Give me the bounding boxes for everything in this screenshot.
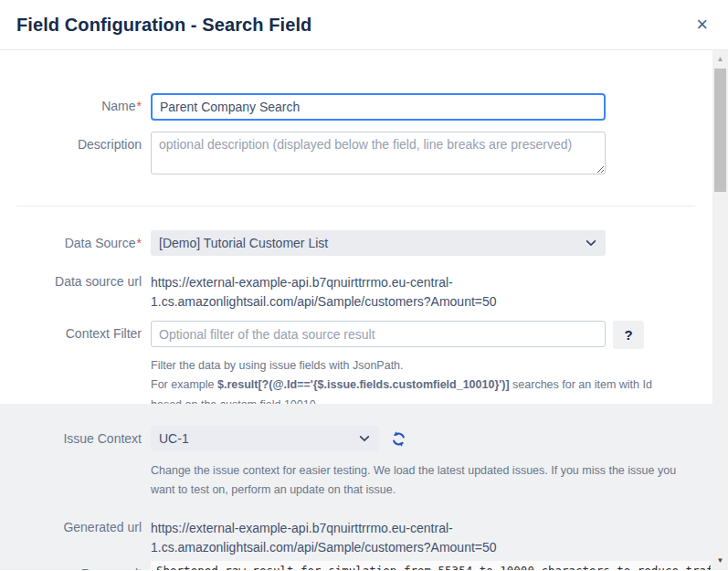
raw-result-value[interactable]: Shortened raw result for simulation from…: [151, 561, 711, 571]
scrollbar-down-arrow[interactable]: ▼: [712, 554, 728, 568]
refresh-icon: [390, 437, 407, 450]
form-content: Name* Description Data Source*: [0, 50, 712, 570]
jsonpath-example-code: $.result[?(@.Id=='{$.issue.fields.custom…: [217, 378, 510, 391]
issue-context-help-text: Change the issue context for easier test…: [151, 461, 685, 501]
data-source-url-row: Data source url https://external-example…: [0, 269, 712, 312]
testing-section: Issue Context UC-1: [0, 404, 712, 570]
section-divider: [16, 206, 695, 206]
raw-result-row: Raw result Shortened raw result for simu…: [0, 561, 712, 571]
description-label: Description: [0, 132, 142, 153]
description-textarea[interactable]: [151, 132, 606, 174]
data-source-selected-value: [Demo] Tutorial Customer List: [159, 236, 328, 250]
chevron-down-icon: [585, 237, 597, 249]
generated-url-value: https://external-example-api.b7qnuirttrr…: [151, 514, 571, 557]
issue-context-selected-value: UC-1: [159, 431, 189, 446]
help-line-2-prefix: For example: [151, 378, 217, 391]
scrollbar-thumb[interactable]: [714, 69, 726, 192]
generated-url-row: Generated url https://external-example-a…: [0, 514, 712, 557]
raw-result-label: Raw result: [0, 561, 142, 571]
scrollbar[interactable]: ▲ ▼: [712, 50, 728, 570]
context-filter-label: Context Filter: [0, 321, 142, 342]
data-source-select[interactable]: [Demo] Tutorial Customer List: [151, 230, 606, 256]
dialog-title: Field Configuration - Search Field: [16, 15, 311, 36]
refresh-button[interactable]: [388, 428, 409, 449]
chevron-down-icon: [358, 432, 371, 445]
dialog-body: Name* Description Data Source*: [0, 50, 728, 570]
context-filter-help-text: Filter the data by using issue fields wi…: [151, 356, 685, 404]
issue-context-row: Issue Context UC-1: [0, 426, 712, 451]
name-input[interactable]: [151, 93, 606, 121]
context-filter-input[interactable]: [151, 321, 606, 347]
issue-context-select[interactable]: UC-1: [151, 426, 379, 451]
name-label-text: Name: [101, 99, 135, 113]
required-asterisk: *: [137, 236, 142, 250]
issue-context-label: Issue Context: [0, 426, 142, 447]
data-source-field-row: Data Source* [Demo] Tutorial Customer Li…: [0, 230, 712, 256]
context-filter-help-row: Filter the data by using issue fields wi…: [0, 356, 712, 404]
dialog-header: Field Configuration - Search Field ×: [0, 0, 728, 50]
generated-url-label: Generated url: [0, 514, 142, 535]
issue-context-help-row: Change the issue context for easier test…: [0, 461, 712, 501]
general-section: Name* Description Data Source*: [0, 50, 712, 404]
required-asterisk: *: [137, 99, 142, 113]
scrollbar-up-arrow[interactable]: ▲: [712, 52, 728, 67]
data-source-url-value: https://external-example-api.b7qnuirttrr…: [151, 269, 571, 312]
name-field-row: Name*: [0, 93, 712, 121]
context-filter-row: Context Filter ?: [0, 321, 712, 349]
data-source-url-label: Data source url: [0, 269, 142, 290]
help-question-button[interactable]: ?: [613, 321, 644, 349]
data-source-label-text: Data Source: [65, 236, 136, 250]
name-label: Name*: [0, 93, 142, 114]
close-icon[interactable]: ×: [694, 16, 710, 34]
field-configuration-dialog: Field Configuration - Search Field × Nam…: [0, 0, 728, 571]
help-line-1: Filter the data by using issue fields wi…: [151, 356, 685, 375]
description-field-row: Description: [0, 132, 712, 178]
data-source-label: Data Source*: [0, 230, 142, 251]
help-line-2: For example $.result[?(@.Id=='{$.issue.f…: [151, 375, 685, 404]
